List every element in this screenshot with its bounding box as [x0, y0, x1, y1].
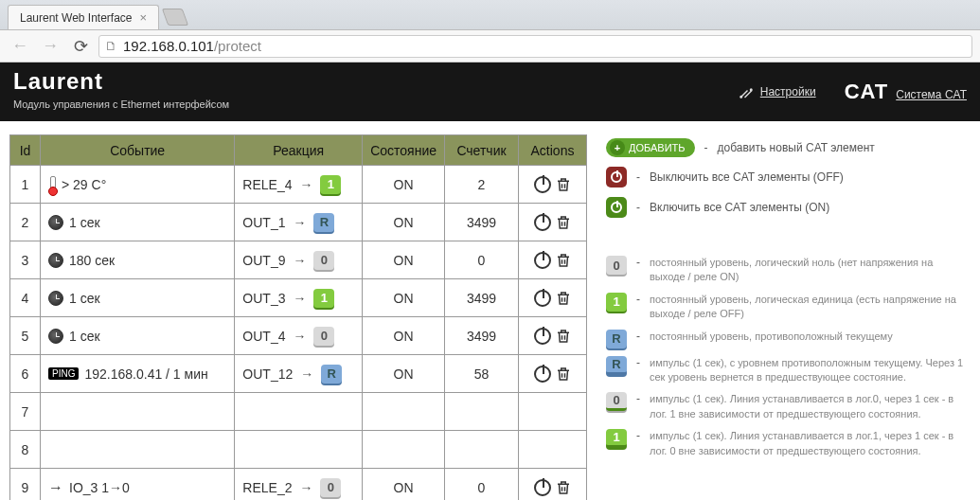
- reaction-name: OUT_9: [242, 253, 285, 268]
- ping-icon: PING: [48, 367, 79, 380]
- cell-actions: [519, 469, 587, 501]
- cell-id: 1: [10, 166, 41, 204]
- cell-counter: 2: [445, 166, 519, 204]
- power-button[interactable]: [534, 290, 551, 307]
- cell-state: ON: [363, 279, 445, 317]
- delete-button[interactable]: [555, 366, 572, 383]
- reaction-pill: 1: [320, 175, 341, 194]
- arrow-icon: →: [293, 291, 306, 306]
- cell-state: ON: [363, 355, 445, 393]
- sidebar: + ДОБАВИТЬ - добавить новый CAT элемент …: [606, 134, 971, 500]
- delete-button[interactable]: [555, 214, 572, 231]
- cell-counter: [445, 431, 519, 469]
- url-input[interactable]: 🗋 192.168.0.101/protect: [98, 35, 972, 58]
- delete-button[interactable]: [555, 290, 572, 307]
- legend-text: постоянный уровень, логический ноль (нет…: [650, 256, 971, 285]
- browser-tab[interactable]: Laurent Web Interface ×: [8, 5, 159, 29]
- reaction-name: OUT_1: [242, 215, 285, 230]
- legend-text: импульс (1 сек). Линия устанавливается в…: [650, 392, 971, 421]
- delete-button[interactable]: [555, 176, 572, 193]
- table-row: 4 1 сек OUT_3→1 ON 3499: [10, 279, 587, 317]
- delete-button[interactable]: [555, 479, 572, 496]
- delete-button[interactable]: [555, 328, 572, 345]
- settings-link[interactable]: Настройки: [760, 85, 816, 98]
- cell-reaction: [235, 393, 363, 431]
- io-arrow-icon: →: [48, 479, 63, 496]
- power-button[interactable]: [534, 479, 551, 496]
- back-button[interactable]: ←: [8, 34, 32, 59]
- power-button[interactable]: [534, 176, 551, 193]
- on-desc: Включить все CAT элементы (ON): [650, 201, 829, 214]
- cell-reaction: OUT_12→R: [235, 355, 363, 393]
- cell-state: ON: [363, 204, 445, 241]
- table-row: 3 180 сек OUT_9→0 ON 0: [10, 241, 587, 279]
- th-reaction: Реакция: [235, 135, 363, 166]
- table-row: 5 1 сек OUT_4→0 ON 3499: [10, 317, 587, 355]
- all-on-button[interactable]: [606, 197, 627, 218]
- cat-system-link[interactable]: Система CAT: [896, 88, 967, 101]
- cell-actions: [519, 317, 587, 355]
- clock-icon: [48, 291, 63, 306]
- cell-id: 8: [10, 431, 41, 469]
- reaction-pill: 1: [606, 293, 627, 312]
- reaction-pill: 1: [313, 289, 334, 308]
- dash: -: [636, 429, 640, 442]
- dash: -: [636, 356, 640, 369]
- cell-state: ON: [363, 469, 445, 501]
- cell-actions: [519, 204, 587, 241]
- cell-id: 5: [10, 317, 41, 355]
- dash: -: [704, 141, 708, 154]
- address-bar: ← → ⟳ 🗋 192.168.0.101/protect: [0, 30, 980, 62]
- cell-id: 2: [10, 204, 41, 241]
- event-text: > 29 C°: [62, 177, 106, 192]
- dash: -: [636, 330, 640, 343]
- url-path: /protect: [214, 38, 261, 54]
- cell-counter: 3499: [445, 317, 519, 355]
- add-label: ДОБАВИТЬ: [629, 142, 686, 153]
- arrow-icon: →: [293, 215, 306, 230]
- cell-state: [363, 431, 445, 469]
- reload-button[interactable]: ⟳: [68, 34, 93, 59]
- legend-row: R-импульс (1 сек), с уровнем противополо…: [606, 356, 971, 385]
- cell-event: [41, 393, 235, 431]
- cell-state: ON: [363, 317, 445, 355]
- all-off-button[interactable]: [606, 167, 627, 188]
- table-row: 7: [10, 393, 587, 431]
- cell-id: 6: [10, 355, 41, 393]
- plus-icon: +: [610, 140, 625, 155]
- forward-button[interactable]: →: [38, 34, 62, 59]
- add-button[interactable]: + ДОБАВИТЬ: [606, 138, 695, 157]
- th-counter: Счетчик: [445, 135, 519, 166]
- arrow-icon: →: [300, 366, 313, 382]
- reaction-pill: R: [321, 365, 342, 384]
- cell-counter: 0: [445, 241, 519, 279]
- cell-event: 1 сек: [41, 317, 235, 355]
- event-text: IO_3 1→0: [69, 480, 130, 495]
- event-text: 1 сек: [69, 215, 100, 230]
- cell-actions: [519, 166, 587, 204]
- power-button[interactable]: [534, 328, 551, 345]
- power-button[interactable]: [534, 252, 551, 269]
- table-row: 1 > 29 C° RELE_4→1 ON 2: [10, 166, 587, 204]
- power-icon: [611, 202, 622, 213]
- cell-reaction: OUT_3→1: [235, 279, 363, 317]
- power-button[interactable]: [534, 366, 551, 383]
- delete-button[interactable]: [555, 252, 572, 269]
- cell-event: 1 сек: [41, 279, 235, 317]
- cell-event: 180 сек: [41, 241, 235, 279]
- settings-icon: [738, 83, 755, 100]
- add-desc: добавить новый CAT элемент: [718, 141, 875, 154]
- legend-row: 0-импульс (1 сек). Линия устанавливается…: [606, 392, 971, 421]
- browser-tab-strip: Laurent Web Interface ×: [0, 0, 980, 30]
- reaction-name: OUT_12: [242, 366, 293, 382]
- page-icon: 🗋: [105, 39, 117, 53]
- close-icon[interactable]: ×: [140, 10, 148, 25]
- reaction-pill: 0: [320, 478, 341, 497]
- legend-row: 0-постоянный уровень, логический ноль (н…: [606, 256, 971, 285]
- arrow-icon: →: [293, 253, 306, 268]
- new-tab-button[interactable]: [162, 9, 189, 26]
- legend-text: импульс (1 сек). Линия устанавливается в…: [650, 429, 971, 458]
- cell-state: ON: [363, 166, 445, 204]
- power-button[interactable]: [534, 214, 551, 231]
- dash: -: [636, 201, 640, 214]
